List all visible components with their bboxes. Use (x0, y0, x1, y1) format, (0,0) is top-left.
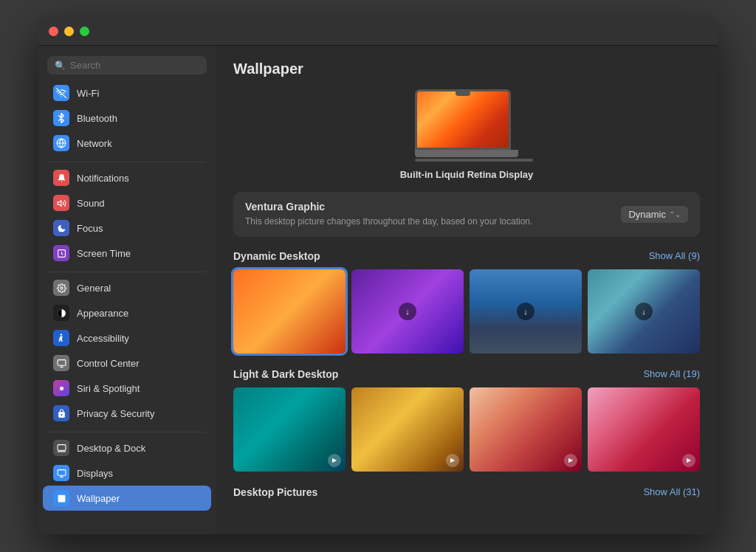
sidebar-item-control-center-label: Control Center (77, 358, 140, 369)
sidebar-item-accessibility[interactable]: Accessibility (43, 325, 211, 351)
sidebar-item-appearance[interactable]: Appearance (43, 300, 211, 325)
sidebar-item-siri-label: Siri & Spotlight (77, 383, 140, 394)
sidebar-item-network-label: Network (77, 138, 112, 149)
section-desktop-pictures-header: Desktop Pictures Show All (31) (233, 486, 700, 498)
show-all-dynamic-link[interactable]: Show All (9) (649, 250, 700, 261)
display-name: Built-in Liquid Retina Display (400, 169, 534, 180)
show-all-desktop-pictures-link[interactable]: Show All (31) (643, 486, 700, 497)
download-icon: ↓ (635, 303, 653, 320)
section-dynamic-desktop-title: Dynamic Desktop (233, 250, 320, 262)
desktop-dock-icon (53, 440, 69, 456)
download-icon: ↓ (517, 303, 535, 320)
laptop-screen-wallpaper (417, 92, 509, 148)
appearance-icon (53, 305, 69, 321)
sidebar-item-siri-spotlight[interactable]: Siri & Spotlight (43, 376, 211, 401)
sidebar-item-control-center[interactable]: Control Center (43, 351, 211, 376)
section-dynamic-desktop-header: Dynamic Desktop Show All (9) (233, 250, 700, 262)
divider-3 (49, 432, 205, 432)
search-box[interactable]: 🔍 (47, 56, 207, 75)
sidebar-item-sound-label: Sound (77, 198, 105, 209)
sidebar-item-network[interactable]: Network (43, 131, 211, 156)
sidebar-item-displays[interactable]: Displays (43, 460, 211, 486)
maximize-button[interactable] (80, 27, 89, 36)
search-input[interactable] (70, 60, 199, 71)
wallpaper-thumb-ventura-orange[interactable] (233, 269, 346, 353)
displays-icon (53, 465, 69, 481)
divider-1 (49, 162, 205, 162)
wallpaper-thumb-blue-mountain[interactable]: ↓ (470, 269, 582, 353)
play-icon: ▶ (564, 454, 577, 467)
sidebar-item-appearance-label: Appearance (77, 308, 128, 319)
play-icon: ▶ (682, 454, 695, 467)
wallpaper-thumb-ventura-purple[interactable]: ↓ (351, 269, 464, 353)
bluetooth-icon (53, 110, 69, 126)
laptop-screen (415, 89, 511, 150)
control-center-icon (53, 355, 69, 371)
thumb-bg (233, 269, 346, 353)
wallpaper-thumb-coastal[interactable]: ↓ (588, 269, 700, 353)
download-icon: ↓ (399, 303, 416, 320)
play-icon: ▶ (446, 454, 459, 467)
svg-point-6 (61, 334, 62, 335)
minimize-button[interactable] (64, 27, 74, 36)
dynamic-style-label: Dynamic (628, 209, 666, 220)
search-container: 🔍 (38, 53, 216, 80)
sidebar-item-wifi[interactable]: Wi-Fi (43, 80, 211, 106)
close-button[interactable] (49, 27, 58, 36)
sidebar-item-focus[interactable]: Focus (43, 215, 211, 241)
screen-time-icon (53, 245, 69, 261)
sidebar-item-notifications[interactable]: Notifications (43, 165, 211, 190)
panel-title: Wallpaper (233, 61, 700, 77)
show-all-light-dark-link[interactable]: Show All (19) (643, 368, 700, 379)
sidebar: 🔍 Wi-Fi Bluetooth (38, 46, 216, 534)
section-light-dark-header: Light & Dark Desktop Show All (19) (233, 368, 700, 380)
dynamic-style-selector[interactable]: Dynamic ⌃⌄ (621, 206, 688, 223)
laptop-foot (415, 159, 533, 162)
sidebar-group-notifications: Notifications Sound Focus (38, 165, 216, 266)
sidebar-group-desktop: Desktop & Dock Displays Wallpaper (38, 435, 216, 511)
wallpaper-thumb-gold[interactable]: ▶ (351, 387, 464, 472)
sidebar-item-sound[interactable]: Sound (43, 190, 211, 215)
main-content: 🔍 Wi-Fi Bluetooth (38, 46, 718, 534)
sidebar-item-general[interactable]: General (43, 275, 211, 300)
wallpaper-thumb-teal[interactable]: ▶ (233, 387, 346, 472)
sidebar-item-accessibility-label: Accessibility (77, 333, 129, 344)
wallpaper-info-box: Ventura Graphic This desktop picture cha… (233, 192, 700, 237)
focus-icon (53, 220, 69, 236)
svg-rect-12 (58, 444, 66, 450)
svg-marker-2 (58, 200, 61, 206)
chevron-updown-icon: ⌃⌄ (669, 210, 681, 218)
wallpaper-thumb-pink-red[interactable]: ▶ (588, 387, 700, 472)
wallpaper-name: Ventura Graphic (245, 201, 621, 213)
section-desktop-pictures-title: Desktop Pictures (233, 486, 317, 498)
light-dark-grid: ▶ ▶ ▶ ▶ (233, 387, 700, 472)
sidebar-item-wallpaper[interactable]: Wallpaper (43, 486, 211, 511)
sidebar-item-desktop-dock[interactable]: Desktop & Dock (43, 435, 211, 460)
wallpaper-thumb-peach-red[interactable]: ▶ (470, 387, 582, 472)
laptop-container (415, 89, 518, 162)
play-icon: ▶ (328, 454, 341, 467)
search-icon: 🔍 (55, 61, 66, 71)
sidebar-item-privacy-security[interactable]: Privacy & Security (43, 401, 211, 426)
title-bar (38, 18, 718, 46)
svg-rect-14 (58, 469, 66, 475)
svg-point-11 (60, 387, 62, 389)
sidebar-item-screen-time[interactable]: Screen Time (43, 241, 211, 266)
sidebar-item-privacy-label: Privacy & Security (77, 408, 154, 419)
general-icon (53, 280, 69, 296)
display-preview: Built-in Liquid Retina Display (233, 89, 700, 180)
sidebar-item-bluetooth-label: Bluetooth (77, 113, 117, 124)
dynamic-desktop-grid: ↓ ↓ ↓ (233, 269, 700, 353)
laptop-notch (456, 92, 470, 96)
divider-2 (49, 272, 205, 272)
wifi-icon (53, 85, 69, 101)
sidebar-item-wifi-label: Wi-Fi (77, 88, 99, 99)
sidebar-item-screen-time-label: Screen Time (77, 248, 131, 259)
sidebar-group-general: General Appearance Accessibility (38, 275, 216, 426)
sidebar-item-focus-label: Focus (77, 223, 103, 234)
sidebar-item-general-label: General (77, 283, 111, 294)
sidebar-item-bluetooth[interactable]: Bluetooth (43, 106, 211, 131)
svg-point-4 (60, 286, 62, 289)
sidebar-item-desktop-dock-label: Desktop & Dock (77, 443, 145, 454)
section-light-dark-title: Light & Dark Desktop (233, 368, 338, 380)
